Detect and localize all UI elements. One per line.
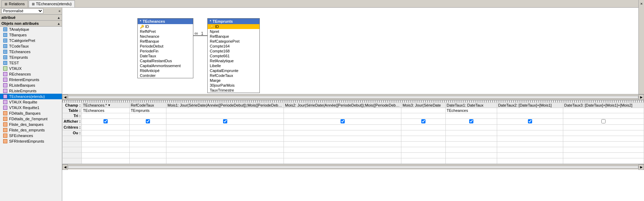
diagram-scroll-left-btn[interactable]: ◀ [62,94,68,100]
col5-criteres[interactable] [445,125,497,130]
col6-criteres[interactable] [497,125,563,130]
checkbox-afficher-7[interactable] [601,119,606,123]
col7-criteres[interactable] [563,125,644,130]
sidebar-label-VTAUX-Requete1: VTAUX Requête1 [9,106,40,110]
sidebar-dropdown[interactable]: Personnalisé [1,8,43,14]
sidebar-item-VTAUX-Requete[interactable]: VTAUX Requête [0,99,62,105]
col3-ou[interactable] [284,130,401,136]
sidebar-collapse-icon[interactable]: « [58,9,60,13]
sidebar-nonattribus-collapse-btn[interactable]: ▲ [57,22,60,26]
sidebar-header: Personnalisé « [0,8,62,15]
tab-relations[interactable]: ⊞ Relations [1,0,28,7]
col7-tri[interactable] [563,113,644,119]
sidebar-item-FDetails-Banques[interactable]: FDétails_Banques [0,110,62,116]
checkbox-afficher-3[interactable] [341,119,345,123]
col1-afficher[interactable] [129,119,166,125]
col1-tri[interactable] [129,113,166,119]
sidebar-item-TCodeTaux[interactable]: TCodeTaux [0,43,62,49]
sidebar-item-FDetails-emprunt[interactable]: FDétails_de_l'emprunt [0,116,62,122]
row-label-criteres: Critères : [63,125,82,130]
sidebar-item-TEST[interactable]: TEST [0,60,62,66]
sidebar-item-TEcheances-etendu[interactable]: TEcheances(etendu) [0,94,62,99]
col1-ou[interactable] [129,130,166,136]
col-header-3[interactable]: Mois2: Jour(SérieDate(Année([PeriodeDebu… [284,103,401,108]
sidebar-item-REcheances[interactable]: REcheances [0,71,62,77]
query-scroll-left-btn[interactable]: ◀ [62,164,68,170]
col-header-0[interactable]: TEcheances.* ▼ [82,103,130,108]
col6-afficher[interactable] [497,119,563,125]
db-field-temprunts-TauxTrimestre: TauxTrimestre [208,88,259,93]
sidebar-item-RInteretEmprunts[interactable]: RInteretEmprunts [0,77,62,82]
checkbox-afficher-0[interactable] [103,119,108,123]
query-icon [3,94,8,99]
query-scroll-right-btn[interactable]: ▶ [638,164,644,170]
tab-techeances-etendu[interactable]: ⊞ TEcheances(etendu) [29,0,75,7]
checkbox-afficher-5[interactable] [469,119,473,123]
db-field-temprunts-30jourParMois: 30jourParMois [208,83,259,88]
col7-ou[interactable] [563,130,644,136]
col0-ou[interactable] [82,130,130,136]
col3-afficher[interactable] [284,119,401,125]
sidebar-item-TAnalytique[interactable]: TAnalytique [0,27,62,32]
col4-criteres[interactable] [401,125,445,130]
col5-ou[interactable] [445,130,497,136]
col-header-4[interactable]: Mois3: Jour(SérieDate [401,103,445,108]
sidebar-item-VTAUX-Requete1[interactable]: VTAUX Requête1 [0,105,62,110]
db-table-TEmprunts-title: TEmprunts [213,19,233,23]
close-window-button[interactable]: ✕ [638,0,644,8]
col2-criteres[interactable] [166,125,284,130]
col5-afficher[interactable] [445,119,497,125]
sidebar-item-VTAUX[interactable]: VTAUX [0,66,62,71]
sidebar-item-TEmprunts[interactable]: TEmprunts [0,55,62,60]
query-icon [3,72,8,77]
sidebar-item-SFEcheances[interactable]: SFEcheances [0,133,62,138]
db-field-techeances-PeriodeFin: PeriodeFin [138,49,193,53]
col4-ou[interactable] [401,130,445,136]
col1-criteres[interactable] [129,125,166,130]
sidebar-item-TCategoriePret[interactable]: TCatégoriePret [0,38,62,43]
col-header-5[interactable]: DateTaux1: DateTaux [445,103,497,108]
query-area[interactable]: Champ : TEcheances.* ▼ RefCodeTaux [62,102,644,201]
col5-tri[interactable] [445,113,497,119]
diagram-scroll-right-btn[interactable]: ▶ [638,94,644,100]
col6-ou[interactable] [497,130,563,136]
checkbox-afficher-2[interactable] [223,119,227,123]
sidebar-item-RListeEmprunts[interactable]: RListeEmprunts [0,88,62,94]
db-table-TEmprunts: * TEmprunts 🔑 ID Npret RefBanque RefCate… [207,18,260,93]
main-layout: Personnalisé « attribué ▲ Objets non att… [0,8,644,201]
col4-tri[interactable] [401,113,445,119]
db-field-temprunts-RefBanque: RefBanque [208,34,259,39]
col7-afficher[interactable] [563,119,644,125]
col6-tri[interactable] [497,113,563,119]
sidebar-item-RListeBanques[interactable]: RListeBanques [0,82,62,88]
col-header-2[interactable]: Mois1: Jour(SérieDate(Année([PeriodeDebu… [166,103,284,108]
col0-afficher[interactable] [82,119,130,125]
col-header-7[interactable]: DateTaux3: [DateTaux]+[Mois1]+[Mois2] [563,103,644,108]
db-table-TEcheances-header: * TEcheances [138,19,193,24]
col0-dropdown-btn[interactable]: ▼ [108,103,111,107]
sidebar-attribue-collapse-btn[interactable]: ▲ [57,16,60,20]
col-header-1[interactable]: RefCodeTaux [129,103,166,108]
query-scroll-track[interactable] [68,166,638,168]
sidebar-item-SFRInteretEmprunts[interactable]: SFRInteretEmprunts [0,138,62,144]
checkbox-afficher-1[interactable] [146,119,150,123]
col4-afficher[interactable] [401,119,445,125]
db-field-techeances-ID: 🔑 ID [138,24,193,29]
col2-afficher[interactable] [166,119,284,125]
sidebar-item-Fliste-banques[interactable]: Fliste_des_banques [0,122,62,127]
sidebar-item-Fliste-emprunts[interactable]: Fliste_des_emprunts [0,127,62,133]
col0-champ: TEcheances.* [83,103,107,107]
checkbox-afficher-6[interactable] [528,119,532,123]
col0-criteres[interactable] [82,125,130,130]
col2-ou[interactable] [166,130,284,136]
col2-tri[interactable] [166,113,284,119]
sidebar-item-TBanques[interactable]: TBanques [0,32,62,38]
diagram-vscroll[interactable] [638,8,644,94]
col3-criteres[interactable] [284,125,401,130]
col0-tri[interactable] [82,113,130,119]
diagram-scroll-track[interactable] [68,96,638,99]
col-header-6[interactable]: DateTaux2: [DateTaux]+[Mois1] [497,103,563,108]
sidebar-item-TEcheances[interactable]: TEcheances [0,49,62,55]
checkbox-afficher-4[interactable] [421,119,425,123]
col3-tri[interactable] [284,113,401,119]
